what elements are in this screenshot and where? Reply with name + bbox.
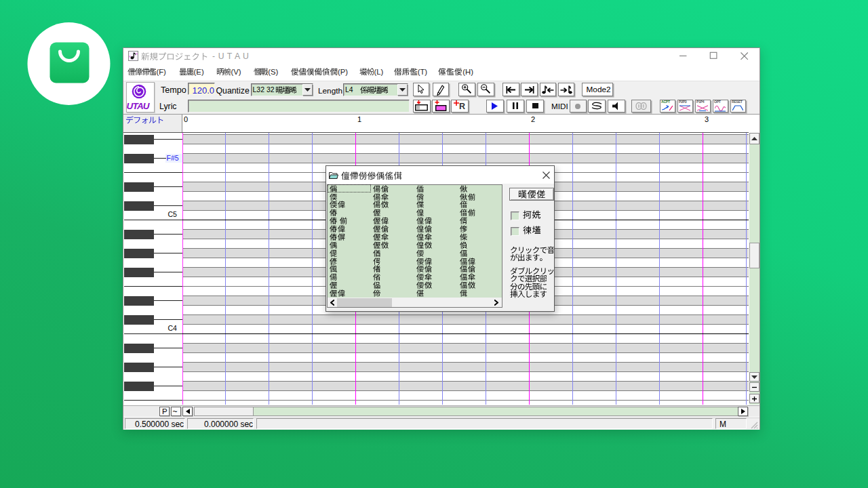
svg-text:C5: C5: [168, 210, 178, 218]
svg-text:F#5: F#5: [167, 154, 179, 162]
svg-text:C4: C4: [168, 324, 178, 332]
